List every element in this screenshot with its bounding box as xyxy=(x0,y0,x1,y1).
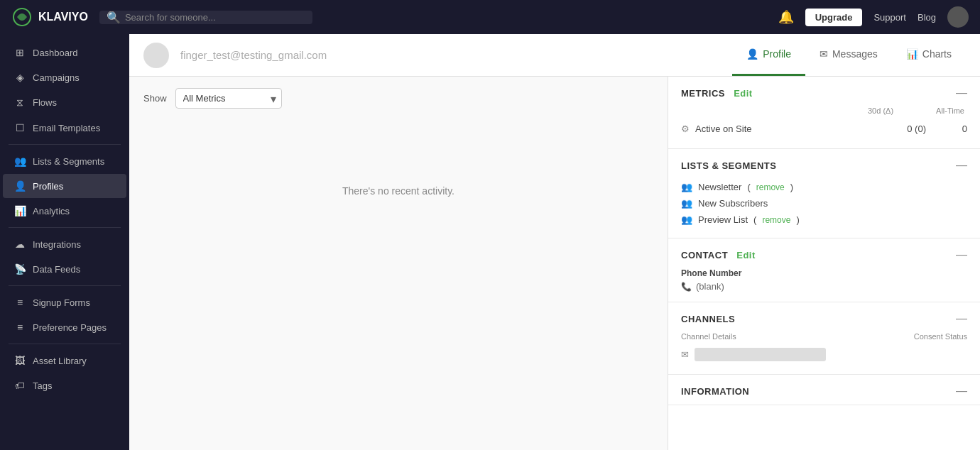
newsletter-icon: 👥 xyxy=(681,182,692,192)
information-title: INFORMATION xyxy=(681,386,749,397)
main-layout: ⊞ Dashboard ◈ Campaigns ⧖ Flows ☐ Email … xyxy=(0,34,980,450)
channels-panel: CHANNELS — Channel Details Consent Statu… xyxy=(668,302,980,375)
sidebar: ⊞ Dashboard ◈ Campaigns ⧖ Flows ☐ Email … xyxy=(0,34,129,450)
metrics-title: METRICS Edit xyxy=(681,88,753,99)
content-body: Show All Metrics There's no recent activ… xyxy=(129,77,980,450)
list-item-preview-list: 👥 Preview List (remove) xyxy=(681,212,967,228)
channels-panel-header: CHANNELS — xyxy=(668,302,980,332)
sidebar-item-signup-forms[interactable]: ≡ Signup Forms xyxy=(3,290,126,314)
filter-select-wrap: All Metrics xyxy=(175,88,282,109)
logo: KLAVIYO xyxy=(11,6,88,28)
lists-content: 👥 Newsletter (remove) 👥 New Subscribers … xyxy=(668,179,980,238)
sidebar-item-asset-library[interactable]: 🖼 Asset Library xyxy=(3,349,126,373)
right-panels: METRICS Edit — 30d (Δ) All-Time ⚙ Active… xyxy=(668,77,980,450)
sidebar-item-profiles[interactable]: 👤 Profiles xyxy=(3,174,126,198)
profile-tabs: 👤 Profile ✉ Messages 📊 Charts xyxy=(732,34,966,76)
sidebar-item-dashboard[interactable]: ⊞ Dashboard xyxy=(3,40,126,65)
contact-panel-header: CONTACT Edit — xyxy=(668,238,980,268)
sidebar-divider-1 xyxy=(9,144,121,145)
tab-profile[interactable]: 👤 Profile xyxy=(732,34,805,76)
asset-library-icon: 🖼 xyxy=(14,355,26,366)
metrics-collapse-icon[interactable]: — xyxy=(956,87,967,99)
metric-val2: 0 xyxy=(932,124,967,134)
preview-list-remove-link[interactable]: remove xyxy=(762,215,790,225)
profile-avatar xyxy=(143,43,169,68)
phone-icon: 📞 xyxy=(681,282,692,292)
sidebar-item-lists-segments[interactable]: 👥 Lists & Segments xyxy=(3,149,126,173)
lists-collapse-icon[interactable]: — xyxy=(956,159,967,172)
profiles-icon: 👤 xyxy=(14,180,26,192)
signup-forms-icon: ≡ xyxy=(14,297,26,308)
metric-val1: 0 (0) xyxy=(876,124,926,134)
email-templates-icon: ☐ xyxy=(14,122,26,133)
data-feeds-icon: 📡 xyxy=(14,263,26,275)
preview-list-icon: 👥 xyxy=(681,214,692,225)
lists-segments-panel: LISTS & SEGMENTS — 👥 Newsletter (remove)… xyxy=(668,149,980,238)
metrics-edit-link[interactable]: Edit xyxy=(734,88,753,99)
tab-messages[interactable]: ✉ Messages xyxy=(805,34,892,76)
sidebar-item-flows[interactable]: ⧖ Flows xyxy=(3,90,126,115)
channel-email-value: test_email_blurred@test.com xyxy=(695,348,826,361)
charts-tab-icon: 📊 xyxy=(906,48,918,60)
support-link[interactable]: Support xyxy=(873,12,906,23)
preference-pages-icon: ≡ xyxy=(14,322,26,333)
metrics-col-headers: 30d (Δ) All-Time xyxy=(681,106,967,115)
activity-area: Show All Metrics There's no recent activ… xyxy=(129,77,668,450)
newsletter-remove-link[interactable]: remove xyxy=(756,182,785,192)
search-bar[interactable]: 🔍 xyxy=(99,11,312,24)
search-input[interactable] xyxy=(125,12,305,23)
tab-charts[interactable]: 📊 Charts xyxy=(892,34,966,76)
new-subscribers-icon: 👥 xyxy=(681,198,692,209)
content-area: finger_test@testing_gmail.com 👤 Profile … xyxy=(129,34,980,450)
sidebar-item-integrations[interactable]: ☁ Integrations xyxy=(3,232,126,256)
integrations-icon: ☁ xyxy=(14,238,26,250)
active-on-site-icon: ⚙ xyxy=(681,124,690,134)
sidebar-item-analytics[interactable]: 📊 Analytics xyxy=(3,199,126,223)
metrics-panel: METRICS Edit — 30d (Δ) All-Time ⚙ Active… xyxy=(668,77,980,149)
metric-row-active-on-site: ⚙ Active on Site 0 (0) 0 xyxy=(681,119,967,138)
sidebar-item-data-feeds[interactable]: 📡 Data Feeds xyxy=(3,257,126,281)
profile-tab-icon: 👤 xyxy=(746,48,758,60)
channel-row-email: ✉ test_email_blurred@test.com xyxy=(681,345,967,364)
blog-link[interactable]: Blog xyxy=(918,12,936,23)
no-activity-message: There's no recent activity. xyxy=(143,120,653,262)
channels-content: Channel Details Consent Status ✉ test_em… xyxy=(668,332,980,374)
filter-select[interactable]: All Metrics xyxy=(175,88,282,109)
sidebar-item-email-templates[interactable]: ☐ Email Templates xyxy=(3,116,126,140)
sidebar-item-preference-pages[interactable]: ≡ Preference Pages xyxy=(3,315,126,339)
contact-panel: CONTACT Edit — Phone Number 📞 (blank) xyxy=(668,238,980,302)
profile-email: finger_test@testing_gmail.com xyxy=(180,49,327,61)
show-label: Show xyxy=(143,93,167,104)
sidebar-divider-4 xyxy=(9,344,121,344)
metrics-content: 30d (Δ) All-Time ⚙ Active on Site 0 (0) … xyxy=(668,106,980,148)
tags-icon: 🏷 xyxy=(14,380,26,391)
metrics-panel-header: METRICS Edit — xyxy=(668,77,980,106)
contact-edit-link[interactable]: Edit xyxy=(736,250,756,260)
information-panel: INFORMATION — xyxy=(668,375,980,405)
channels-title: CHANNELS xyxy=(681,314,735,324)
channel-email-icon: ✉ xyxy=(681,349,689,360)
phone-label: Phone Number xyxy=(681,268,967,278)
topnav: KLAVIYO 🔍 🔔 Upgrade Support Blog xyxy=(0,0,980,34)
contact-collapse-icon[interactable]: — xyxy=(956,248,967,261)
channels-collapse-icon[interactable]: — xyxy=(956,312,967,325)
sidebar-divider-3 xyxy=(9,285,121,286)
flows-icon: ⧖ xyxy=(14,97,26,109)
profile-header: finger_test@testing_gmail.com 👤 Profile … xyxy=(129,34,980,77)
messages-tab-icon: ✉ xyxy=(820,48,828,60)
notifications-icon[interactable]: 🔔 xyxy=(778,9,794,25)
metric-name: Active on Site xyxy=(695,124,871,134)
avatar[interactable] xyxy=(947,6,969,28)
lists-title: LISTS & SEGMENTS xyxy=(681,160,776,171)
dashboard-icon: ⊞ xyxy=(14,47,26,58)
nav-right: 🔔 Upgrade Support Blog xyxy=(778,6,969,28)
sidebar-item-campaigns[interactable]: ◈ Campaigns xyxy=(3,65,126,89)
phone-value: 📞 (blank) xyxy=(681,281,967,292)
sidebar-item-tags[interactable]: 🏷 Tags xyxy=(3,373,126,397)
contact-title: CONTACT Edit xyxy=(681,250,756,260)
information-collapse-icon[interactable]: — xyxy=(956,385,967,397)
lists-icon: 👥 xyxy=(14,155,26,167)
upgrade-button[interactable]: Upgrade xyxy=(805,9,863,26)
contact-content: Phone Number 📞 (blank) xyxy=(668,268,980,302)
list-item-newsletter: 👥 Newsletter (remove) xyxy=(681,179,967,195)
